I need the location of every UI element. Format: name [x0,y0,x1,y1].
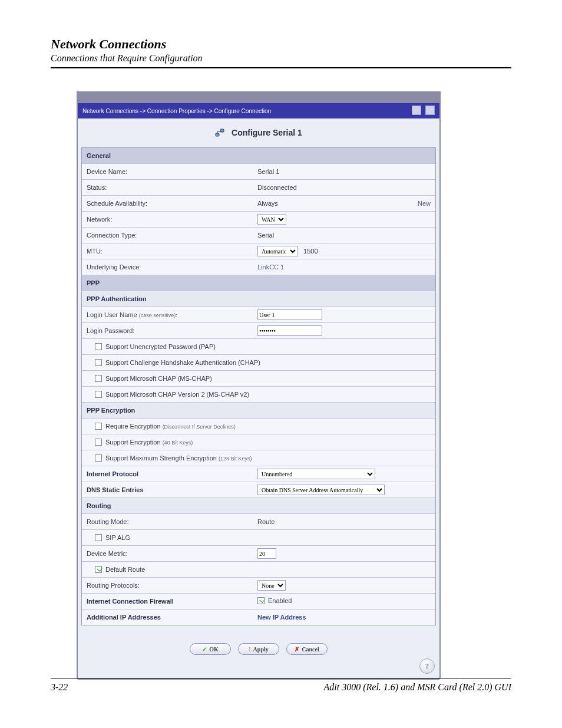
titlebar-icons [409,106,435,116]
row-reqenc: Require Encryption (Disconnect If Server… [82,418,435,434]
titlebar-icon-1[interactable] [412,106,421,115]
label-login-pass: Login Password: [87,327,257,334]
window-title-row: Configure Serial 1 [78,118,439,147]
exclaim-icon: ! [249,646,250,653]
pap-checkbox[interactable]: Support Unencrypted Password (PAP) [95,343,216,350]
login-pass-input[interactable] [257,325,322,336]
row-device-metric: Device Metric: [82,545,435,561]
page-subtitle: Connections that Require Configuration [51,53,511,64]
window-title: Configure Serial 1 [232,128,302,137]
row-device-name: Device Name: Serial 1 [82,163,435,179]
page-title: Network Connections [51,37,511,52]
label-internet-protocol: Internet Protocol [87,470,257,477]
row-mtu: MTU: Automatic 1500 [82,243,435,259]
section-ppp-auth: PPP Authentication [82,291,435,307]
row-chap: Support Challenge Handshake Authenticati… [82,354,435,370]
row-dns: DNS Static Entries Obtain DNS Server Add… [82,482,435,498]
row-routing-proto: Routing Protocols: None [82,577,435,593]
row-login-pass: Login Password: [82,322,435,338]
row-mschap2: Support Microsoft CHAP Version 2 (MS-CHA… [82,386,435,402]
device-metric-input[interactable] [257,548,276,559]
label-underlying: Underlying Device: [87,263,257,271]
label-routing-proto: Routing Protocols: [87,582,257,589]
network-select[interactable]: WAN [257,214,286,225]
firewall-enabled-checkbox[interactable]: Enabled [257,597,292,604]
row-internet-protocol: Internet Protocol Unnumbered [82,466,435,482]
page-number: 3-22 [51,682,68,693]
label-conn-type: Connection Type: [87,232,257,239]
label-mtu: MTU: [87,248,257,255]
new-ip-address-link[interactable]: New IP Address [257,614,306,621]
label-dns: DNS Static Entries [87,486,257,493]
row-conn-type: Connection Type: Serial [82,227,435,243]
breadcrumb-bar: Network Connections -> Connection Proper… [78,103,439,118]
row-enc128: Support Maximum Strength Encryption (128… [82,450,435,466]
row-default-route: Default Route [82,561,435,577]
mtu-value: 1500 [303,248,318,255]
section-ppp-enc: PPP Encryption [82,402,435,418]
serial-connection-icon [215,128,224,139]
row-network: Network: WAN [82,211,435,227]
label-device-metric: Device Metric: [87,550,257,557]
internet-protocol-select[interactable]: Unnumbered [257,469,375,479]
svg-rect-0 [216,133,219,136]
label-additional-ip: Additional IP Addresses [87,614,257,621]
row-status: Status: Disconnected [82,179,435,195]
ok-button[interactable]: ✓OK [190,643,231,655]
cancel-button[interactable]: ✗Cancel [286,643,328,655]
new-schedule-link[interactable]: New [418,200,431,207]
row-additional-ip: Additional IP Addresses New IP Address [82,609,435,625]
value-status: Disconnected [257,184,431,191]
row-underlying: Underlying Device: LinkCC 1 [82,259,435,275]
login-user-input[interactable] [257,309,322,320]
mtu-mode-select[interactable]: Automatic [257,246,298,256]
button-row: ✓OK !Apply ✗Cancel [78,630,439,678]
value-conn-type: Serial [257,232,431,239]
section-routing: Routing [82,498,435,513]
value-routing-mode: Route [257,518,431,525]
row-schedule: Schedule Availability: Always New [82,195,435,211]
section-general: General [82,148,435,163]
row-sip-alg: SIP ALG [82,529,435,545]
mschap2-checkbox[interactable]: Support Microsoft CHAP Version 2 (MS-CHA… [95,391,249,398]
routing-proto-select[interactable]: None [257,580,286,591]
value-device-name: Serial 1 [257,168,431,175]
row-routing-mode: Routing Mode: Route [82,513,435,529]
label-firewall: Internet Connection Firewall [87,598,257,605]
value-schedule: Always [257,200,418,207]
breadcrumb-text: Network Connections -> Connection Proper… [82,108,271,114]
label-status: Status: [87,184,257,191]
chap-checkbox[interactable]: Support Challenge Handshake Authenticati… [95,359,260,366]
row-pap: Support Unencrypted Password (PAP) [82,338,435,354]
require-encryption-checkbox[interactable]: Require Encryption (Disconnect If Server… [95,423,236,430]
label-routing-mode: Routing Mode: [87,518,257,525]
check-icon: ✓ [202,646,207,653]
help-button[interactable]: ? [419,658,435,674]
x-icon: ✗ [295,646,299,653]
product-footer: Adit 3000 (Rel. 1.6) and MSR Card (Rel 2… [324,682,511,693]
settings-panel: General Device Name: Serial 1 Status: Di… [81,147,436,625]
row-login-user: Login User Name (case sensitive): [82,307,435,322]
label-schedule: Schedule Availability: [87,200,257,207]
row-mschap: Support Microsoft CHAP (MS-CHAP) [82,370,435,386]
mschap-checkbox[interactable]: Support Microsoft CHAP (MS-CHAP) [95,375,212,382]
underlying-device-link[interactable]: LinkCC 1 [257,263,431,271]
configure-connection-window: Network Connections -> Connection Proper… [77,91,441,680]
label-device-name: Device Name: [87,168,257,175]
titlebar-icon-2[interactable] [425,106,435,115]
sip-alg-checkbox[interactable]: SIP ALG [95,534,130,541]
default-route-checkbox[interactable]: Default Route [95,566,145,573]
encryption-128-checkbox[interactable]: Support Maximum Strength Encryption (128… [95,454,252,462]
row-firewall: Internet Connection Firewall Enabled [82,593,435,609]
row-enc40: Support Encryption (40 Bit Keys) [82,434,435,450]
label-login-user: Login User Name (case sensitive): [87,311,257,318]
header-rule [51,67,511,68]
label-network: Network: [87,216,257,223]
encryption-40-checkbox[interactable]: Support Encryption (40 Bit Keys) [95,439,193,446]
section-ppp: PPP [82,275,435,291]
dns-select[interactable]: Obtain DNS Server Address Automatically [257,485,385,495]
apply-button[interactable]: !Apply [238,643,279,655]
